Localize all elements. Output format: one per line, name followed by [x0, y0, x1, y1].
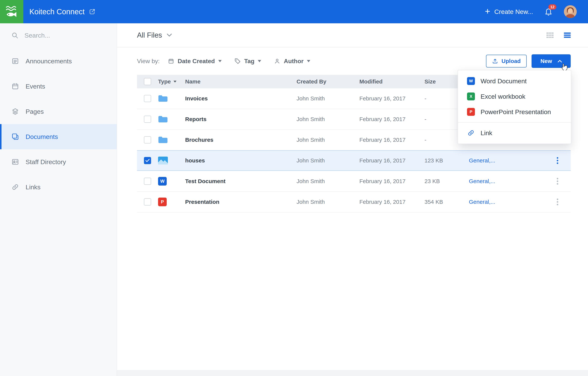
row-checkbox[interactable] [144, 198, 151, 206]
tags-link[interactable]: General,... [469, 199, 495, 205]
file-size: 23 KB [425, 178, 469, 184]
modified-date: February 16, 2017 [359, 137, 425, 143]
filter-label: Tag [244, 58, 255, 65]
filter-tag[interactable]: Tag [235, 58, 261, 65]
file-name[interactable]: Presentation [185, 199, 297, 205]
image-file-icon [158, 157, 168, 165]
file-name[interactable]: Reports [185, 116, 297, 122]
menu-item-word-document[interactable]: W Word Document [458, 73, 571, 89]
row-menu-button[interactable] [555, 197, 560, 207]
sidebar-item-events[interactable]: Events [0, 74, 117, 99]
created-by: John Smith [297, 157, 359, 164]
upload-button[interactable]: Upload [486, 55, 527, 67]
table-row[interactable]: W Test Document John Smith February 16, … [137, 171, 571, 192]
announcements-icon [11, 57, 19, 65]
tags-link[interactable]: General,... [469, 157, 495, 164]
sidebar-item-pages[interactable]: Pages [0, 99, 117, 124]
search-input[interactable] [24, 31, 100, 40]
row-checkbox[interactable] [144, 95, 151, 102]
menu-item-link[interactable]: Link [458, 125, 571, 141]
topbar-actions: + Create New... 12 [485, 5, 588, 18]
sidebar-nav: Announcements Events Pages [0, 49, 117, 200]
table-row-selected[interactable]: houses John Smith February 16, 2017 123 … [137, 150, 571, 171]
modified-date: February 16, 2017 [359, 157, 425, 164]
caret-down-icon [218, 60, 222, 62]
grid-view-button[interactable] [547, 32, 553, 38]
file-name[interactable]: houses [185, 157, 297, 164]
create-new-label: Create New... [494, 8, 533, 15]
chevron-down-icon [167, 34, 172, 37]
menu-item-label: PowerPoint Presentation [481, 108, 551, 116]
koi-fish-logo-icon [4, 4, 19, 19]
external-link-icon[interactable] [89, 8, 96, 15]
sidebar-item-announcements[interactable]: Announcements [0, 49, 117, 74]
excel-icon: X [467, 93, 475, 100]
collection-dropdown[interactable]: All Files [137, 31, 172, 39]
sidebar-item-staff-directory[interactable]: Staff Directory [0, 149, 117, 175]
row-checkbox[interactable] [144, 116, 151, 123]
created-by: John Smith [297, 137, 359, 143]
row-checkbox[interactable] [144, 178, 151, 185]
calendar-icon [168, 58, 174, 64]
created-by: John Smith [297, 178, 359, 184]
row-menu-button[interactable] [555, 176, 560, 186]
file-name[interactable]: Test Document [185, 178, 297, 184]
filter-date-created[interactable]: Date Created [168, 58, 222, 65]
view-by-label: View by: [137, 58, 160, 65]
sidebar: Announcements Events Pages [0, 23, 117, 376]
link-icon [11, 183, 19, 191]
create-new-button[interactable]: + Create New... [485, 8, 533, 16]
sidebar-item-documents[interactable]: Documents [0, 124, 117, 149]
created-by: John Smith [297, 199, 359, 205]
filter-author[interactable]: Author [274, 58, 310, 65]
collection-label: All Files [137, 31, 162, 39]
row-checkbox[interactable] [144, 136, 151, 144]
sidebar-item-label: Staff Directory [26, 158, 66, 166]
file-size: 354 KB [425, 199, 469, 205]
notifications-button[interactable]: 12 [544, 7, 553, 16]
sidebar-item-label: Documents [26, 133, 58, 140]
filter-label: Author [284, 58, 303, 65]
plus-icon: + [485, 7, 490, 16]
menu-item-label: Link [481, 129, 492, 137]
header-modified[interactable]: Modified [359, 78, 425, 85]
sidebar-item-links[interactable]: Links [0, 175, 117, 200]
menu-item-powerpoint-presentation[interactable]: P PowerPoint Presentation [458, 104, 571, 120]
top-bar: Koitech Connect + Create New... 12 [0, 0, 588, 23]
word-icon: W [467, 77, 475, 85]
id-card-icon [11, 158, 19, 166]
person-icon [274, 58, 280, 64]
select-all-checkbox[interactable] [144, 78, 151, 85]
main-header: All Files [117, 23, 588, 47]
avatar[interactable] [564, 5, 577, 18]
header-type[interactable]: Type [158, 78, 171, 85]
new-label: New [540, 58, 552, 64]
file-name[interactable]: Brochures [185, 137, 297, 143]
table-row[interactable]: P Presentation John Smith February 16, 2… [137, 192, 571, 212]
search-bar [0, 23, 117, 47]
app-logo[interactable] [0, 0, 23, 23]
documents-icon [11, 133, 19, 141]
sidebar-item-label: Links [26, 184, 41, 191]
calendar-icon [11, 82, 19, 90]
sidebar-item-label: Pages [26, 108, 44, 115]
sidebar-item-label: Events [26, 83, 45, 90]
new-button[interactable]: New [532, 54, 571, 68]
header-name[interactable]: Name [185, 78, 297, 85]
file-size: 123 KB [425, 157, 469, 164]
app-window: Koitech Connect + Create New... 12 [0, 0, 588, 376]
tags-link[interactable]: General,... [469, 178, 495, 184]
list-view-button[interactable] [564, 32, 571, 38]
row-checkbox-checked[interactable] [144, 157, 151, 164]
link-icon [467, 129, 475, 137]
menu-item-excel-workbook[interactable]: X Excel workbook [458, 89, 571, 104]
modified-date: February 16, 2017 [359, 95, 425, 102]
header-created-by[interactable]: Created By [297, 78, 359, 85]
powerpoint-icon: P [467, 108, 475, 116]
filter-label: Date Created [178, 58, 215, 65]
row-menu-button[interactable] [555, 156, 560, 166]
powerpoint-file-icon: P [158, 198, 167, 206]
modified-date: February 16, 2017 [359, 116, 425, 122]
folder-icon [158, 94, 168, 103]
file-name[interactable]: Invoices [185, 95, 297, 102]
